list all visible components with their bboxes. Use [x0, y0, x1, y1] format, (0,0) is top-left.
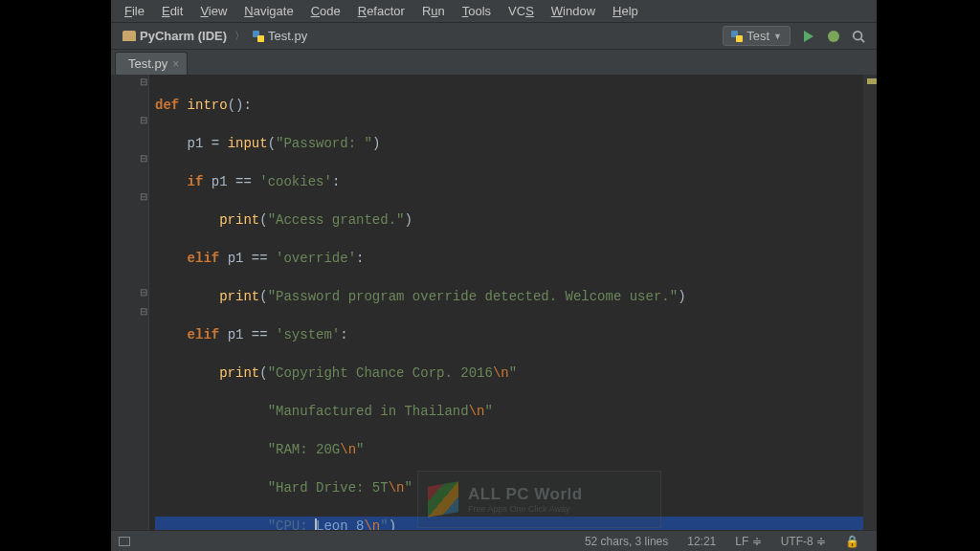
menu-refactor[interactable]: Refactor — [350, 2, 412, 20]
nav-bar: PyCharm (IDE) 〉 Test.py Test ▼ — [111, 23, 877, 50]
python-icon — [731, 31, 743, 42]
debug-button[interactable] — [823, 26, 844, 47]
toolwindow-icon[interactable] — [119, 537, 130, 546]
chevron-down-icon: ▼ — [773, 32, 782, 41]
run-config-label: Test — [746, 29, 769, 43]
breadcrumb-project[interactable]: PyCharm (IDE) — [117, 27, 233, 45]
svg-line-1 — [861, 38, 865, 42]
fold-icon[interactable]: ⊟ — [140, 77, 147, 87]
menu-file[interactable]: File — [117, 2, 152, 20]
close-icon[interactable]: × — [172, 57, 179, 71]
status-selection: 52 chars, 3 lines — [575, 535, 678, 548]
ide-window: File Edit View Navigate Code Refactor Ru… — [111, 0, 877, 551]
fold-icon[interactable]: ⊟ — [140, 191, 147, 202]
play-icon — [804, 31, 813, 42]
status-caret-pos[interactable]: 12:21 — [678, 535, 725, 548]
code-editor[interactable]: def intro(): p1 = input("Password: ") if… — [149, 75, 863, 530]
watermark: ALL PC World Free Apps One Click Away — [417, 471, 661, 528]
editor-tab[interactable]: Test.py × — [115, 52, 188, 75]
menu-navigate[interactable]: Navigate — [236, 2, 301, 20]
search-button[interactable] — [848, 26, 869, 47]
watermark-logo — [428, 481, 458, 518]
lock-icon[interactable]: 🔒 — [835, 535, 869, 548]
python-icon — [253, 31, 264, 42]
status-encoding[interactable]: UTF-8 ≑ — [771, 535, 835, 548]
fold-icon[interactable]: ⊟ — [140, 306, 147, 317]
breadcrumb-sep: 〉 — [233, 29, 247, 43]
breadcrumb-file[interactable]: Test.py — [247, 27, 313, 45]
svg-point-0 — [854, 31, 862, 39]
menu-tools[interactable]: Tools — [455, 2, 499, 20]
project-name: PyCharm (IDE) — [140, 29, 227, 43]
menu-view[interactable]: View — [192, 2, 234, 20]
fold-icon[interactable]: ⊟ — [140, 287, 147, 298]
menu-bar: File Edit View Navigate Code Refactor Ru… — [111, 0, 877, 23]
menu-edit[interactable]: Edit — [154, 2, 190, 20]
status-bar: 52 chars, 3 lines 12:21 LF ≑ UTF-8 ≑ 🔒 — [111, 530, 877, 551]
marker-bar[interactable] — [863, 75, 877, 530]
bug-icon — [828, 31, 839, 42]
menu-run[interactable]: Run — [414, 2, 453, 20]
menu-code[interactable]: Code — [303, 2, 348, 20]
search-icon — [852, 30, 865, 43]
menu-help[interactable]: Help — [605, 2, 646, 20]
menu-window[interactable]: Window — [544, 2, 603, 20]
run-button[interactable] — [798, 26, 819, 47]
warning-marker[interactable] — [867, 78, 877, 84]
fold-icon[interactable]: ⊟ — [140, 115, 147, 125]
gutter[interactable]: ⊟ ⊟ ⊟ ⊟ ⊟ ⊟ — [111, 75, 149, 530]
watermark-subtitle: Free Apps One Click Away — [468, 504, 583, 514]
tab-bar: Test.py × — [111, 50, 877, 75]
watermark-title: ALL PC World — [468, 485, 583, 504]
status-line-ending[interactable]: LF ≑ — [725, 535, 770, 548]
run-config-dropdown[interactable]: Test ▼ — [723, 26, 791, 46]
menu-vcs[interactable]: VCS — [501, 2, 542, 20]
tab-label: Test.py — [128, 56, 167, 71]
file-name: Test.py — [268, 29, 307, 43]
editor-area: ⊟ ⊟ ⊟ ⊟ ⊟ ⊟ def intro(): p1 = input("Pas… — [111, 75, 877, 530]
folder-icon — [122, 31, 136, 41]
fold-icon[interactable]: ⊟ — [140, 153, 147, 164]
